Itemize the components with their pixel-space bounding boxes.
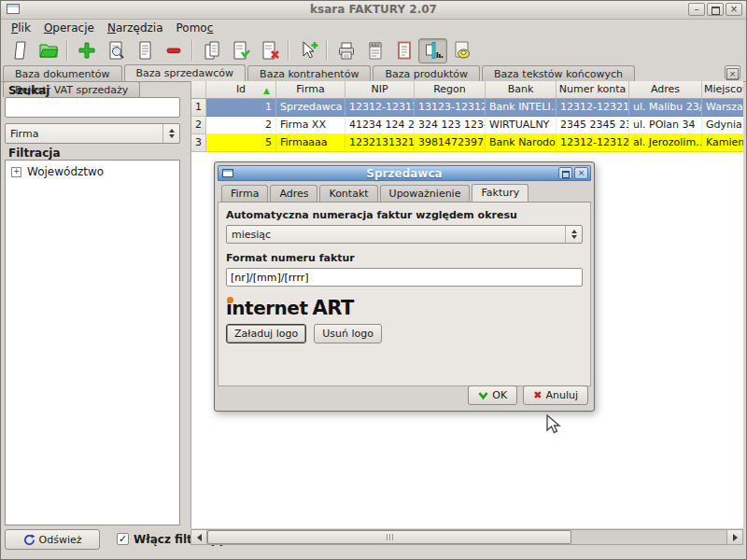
- dialog-tab-adres[interactable]: Adres: [270, 185, 317, 202]
- dialog-close-button[interactable]: ×: [574, 167, 588, 179]
- dialog-tab-kontakt[interactable]: Kontakt: [319, 185, 377, 202]
- menu-pomoc[interactable]: Pomoc: [170, 21, 220, 35]
- window-titlebar[interactable]: ksara FAKTURY 2.07 – ×: [1, 1, 746, 20]
- column-header-numer-konta[interactable]: Numer konta: [557, 81, 629, 99]
- copy-document-icon: [202, 40, 222, 61]
- toolbar-separator: [288, 40, 289, 61]
- print-button[interactable]: [331, 38, 360, 63]
- table-row[interactable]: 2 2 Firma XX 41234 124 21... 324 123 123…: [191, 117, 743, 134]
- scrollbar-track[interactable]: [571, 530, 726, 544]
- sort-ascending-icon: ▲: [263, 82, 270, 99]
- new-document-button[interactable]: [5, 38, 34, 63]
- copy-document-button[interactable]: [197, 38, 226, 63]
- row-header[interactable]: 3: [191, 134, 206, 152]
- ok-check-icon: [478, 392, 488, 399]
- dialog-titlebar[interactable]: Sprzedawca ×: [218, 165, 591, 181]
- search-input[interactable]: [5, 97, 180, 118]
- scroll-left-button[interactable]: [191, 530, 207, 544]
- delete-document-button[interactable]: [255, 38, 284, 63]
- column-header-adres[interactable]: Adres: [629, 81, 702, 99]
- combo-spinner-icon[interactable]: [162, 124, 179, 143]
- rbf-document-icon: RBF: [365, 40, 386, 61]
- scroll-right-button[interactable]: [726, 530, 742, 544]
- toolbar-separator: [66, 40, 68, 61]
- scroll-right-icon: [733, 534, 738, 541]
- minimize-button[interactable]: –: [688, 3, 705, 16]
- column-header-firma[interactable]: Firma: [276, 81, 345, 99]
- refresh-button[interactable]: Odśwież: [5, 529, 100, 550]
- main-tabbar: Baza dokumentówBaza sprzedawcówBaza kont…: [1, 64, 746, 82]
- print-icon: [336, 40, 357, 61]
- menu-narzedzia[interactable]: Narzędzia: [101, 21, 170, 35]
- dialog-title: Sprzedawca: [218, 167, 590, 180]
- remove-logo-button[interactable]: Usuń logo: [314, 324, 382, 343]
- filter-tree: + Województwo: [5, 160, 180, 525]
- column-header-miejscowosc[interactable]: Miejscowość: [702, 81, 743, 99]
- select-add-button[interactable]: [293, 38, 322, 63]
- table-corner-cell: [191, 81, 206, 99]
- row-header[interactable]: 1: [191, 99, 206, 117]
- dialog-maximize-button[interactable]: [558, 167, 572, 179]
- dialog-close-icon: ×: [578, 168, 585, 177]
- rbf-document-button[interactable]: RBF: [360, 38, 389, 63]
- maximize-icon: [712, 7, 720, 15]
- delete-document-icon: [260, 40, 280, 61]
- edit-document-icon: [134, 40, 155, 61]
- tab-baza-kontrahentow[interactable]: Baza kontrahentów: [247, 65, 371, 81]
- open-folder-button[interactable]: [34, 38, 63, 63]
- cancel-button[interactable]: ✖ Anuluj: [523, 385, 588, 405]
- dialog-button-row: OK ✖ Anuluj: [218, 383, 591, 408]
- tree-expander-icon[interactable]: +: [11, 167, 21, 177]
- table-row[interactable]: 1 1 Sprzedawca 12312-12313-... 13123-123…: [191, 99, 743, 117]
- cancel-x-icon: ✖: [533, 389, 542, 401]
- maximize-button[interactable]: [707, 3, 724, 16]
- search-field-selector[interactable]: Firma: [5, 123, 180, 144]
- table-row[interactable]: 3 5 Firmaaaa 12321313211... 398147239784…: [191, 134, 743, 152]
- add-button[interactable]: [72, 38, 101, 63]
- edit-document-button[interactable]: [130, 38, 159, 63]
- menu-plik[interactable]: Plik: [5, 21, 37, 35]
- horizontal-scrollbar[interactable]: [190, 529, 743, 545]
- scrollbar-thumb[interactable]: [207, 530, 571, 544]
- toolbar-separator: [326, 40, 328, 61]
- open-folder-icon: [38, 40, 59, 61]
- combo-spinner-icon[interactable]: [565, 226, 582, 243]
- chart-icon: [423, 40, 444, 61]
- load-logo-button[interactable]: Załaduj logo: [226, 324, 306, 343]
- tab-baza-produktow[interactable]: Baza produktów: [373, 65, 480, 81]
- svg-text:RBF: RBF: [371, 43, 380, 48]
- column-header-id[interactable]: Id▲: [206, 81, 276, 99]
- tab-close-button[interactable]: ×: [725, 65, 740, 79]
- format-label: Format numeru faktur: [226, 252, 583, 264]
- menu-operacje[interactable]: Operacje: [37, 21, 101, 35]
- tab-baza-tekstow[interactable]: Baza tekstów końcowych: [482, 65, 635, 81]
- application-window: ksara FAKTURY 2.07 – × Plik Operacje Nar…: [0, 0, 747, 560]
- tab-baza-sprzedawcow[interactable]: Baza sprzedawców: [124, 64, 247, 81]
- import-document-button[interactable]: [226, 38, 255, 63]
- report-document-button[interactable]: [389, 38, 418, 63]
- logo-dot-icon: [227, 297, 233, 303]
- column-header-bank[interactable]: Bank: [486, 81, 557, 99]
- filter-toggle-checkbox[interactable]: ✓: [117, 533, 129, 545]
- dialog-tab-upowaznienie[interactable]: Upoważnienie: [380, 185, 471, 202]
- invoice-format-input[interactable]: [226, 268, 583, 287]
- toolbar: RBF: [1, 36, 747, 64]
- column-header-regon[interactable]: Regon: [415, 81, 486, 99]
- close-button[interactable]: ×: [726, 3, 742, 16]
- window-title: ksara FAKTURY 2.07: [1, 3, 746, 16]
- numbering-period-selector[interactable]: miesiąc: [226, 225, 583, 244]
- column-header-nip[interactable]: NIP: [345, 81, 415, 99]
- remove-button[interactable]: [159, 38, 188, 63]
- close-icon: ×: [730, 4, 738, 14]
- ok-button[interactable]: OK: [468, 385, 517, 405]
- dialog-tab-firma[interactable]: Firma: [221, 185, 268, 202]
- new-document-icon: [9, 40, 30, 61]
- row-header[interactable]: 2: [191, 117, 206, 134]
- dialog-tab-faktury[interactable]: Faktury: [472, 184, 529, 202]
- send-document-button[interactable]: [447, 38, 476, 63]
- find-document-button[interactable]: [101, 38, 130, 63]
- search-label: Szukaj: [8, 84, 49, 97]
- chart-button[interactable]: [418, 38, 447, 63]
- tree-item-wojewodztwo[interactable]: + Województwo: [6, 161, 179, 178]
- tab-baza-dokumentow[interactable]: Baza dokumentów: [3, 65, 122, 81]
